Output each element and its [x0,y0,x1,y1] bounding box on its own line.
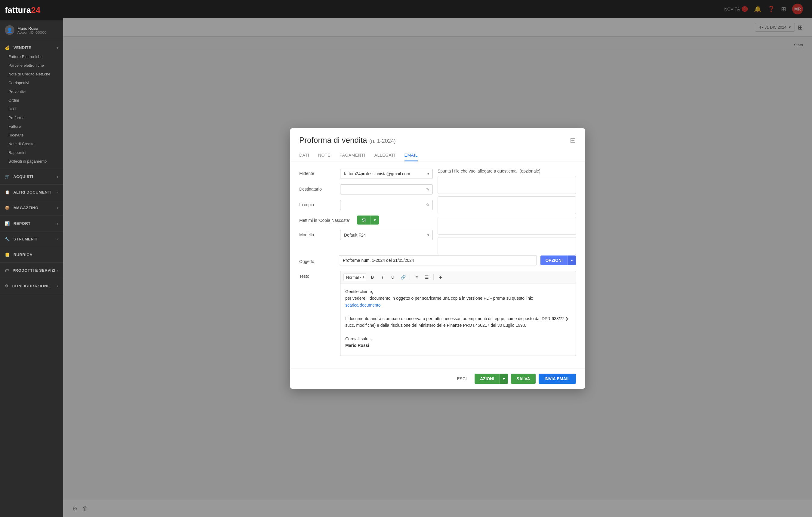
altri-chevron: › [57,190,59,194]
sidebar-item-fatture-elettroniche[interactable]: Fatture Elettroniche [0,52,63,61]
vendite-label: VENDITE [13,45,32,50]
toolbar-divider [410,274,410,280]
strumenti-icon: 🔧 [5,237,10,241]
body-line2: per vedere il documento in oggetto o per… [345,295,571,302]
sidebar-item-note-credito-elett[interactable]: Note di Credito elett.che [0,70,63,79]
magazzino-icon: 📦 [5,206,10,210]
mittente-select-wrapper: fattura24professionista@gmail.com ▾ [340,169,433,179]
sidebar-item-proforma[interactable]: Proforma [0,113,63,122]
invia-email-button[interactable]: INVIA EMAIL [539,374,576,384]
sidebar-header-magazzino[interactable]: 📦 MAGAZZINO › [0,203,63,213]
sidebar-item-corrispettivi[interactable]: Corrispettivi [0,79,63,87]
attachment-box-4 [438,237,576,255]
report-icon: 📊 [5,221,10,226]
destinatario-edit-icon[interactable]: ✎ [426,187,430,192]
acquisti-label: ACQUISTI [13,174,33,179]
sidebar-item-rapportini[interactable]: Rapportini [0,148,63,157]
sidebar-item-ricevute[interactable]: Ricevute [0,131,63,140]
modal-body: Mittente fattura24professionista@gmail.c… [290,161,585,368]
email-form-area: Mittente fattura24professionista@gmail.c… [299,169,576,255]
azioni-btn-group: AZIONI ▾ [474,374,508,384]
sidebar-item-ordini[interactable]: Ordini [0,96,63,104]
sidebar-header-acquisti[interactable]: 🛒 ACQUISTI › [0,172,63,181]
copia-nascosta-dropdown[interactable]: ▾ [371,215,379,224]
salva-button[interactable]: SALVA [511,374,535,384]
sidebar-header-configurazione[interactable]: ⚙ CONFIGURAZIONE › [0,281,63,291]
oggetto-row: Oggetto OPZIONI ▾ [299,255,576,266]
opzioni-button[interactable]: OPZIONI [541,255,568,265]
account-id: Account ID: 000000 [18,31,47,34]
prodotti-label: PRODOTTI E SERVIZI [12,268,55,273]
sidebar-section-altri-documenti: 📋 ALTRI DOCUMENTI › [0,185,63,200]
azioni-button[interactable]: AZIONI [474,374,499,384]
azioni-dropdown[interactable]: ▾ [499,374,508,384]
format-select[interactable]: Normal [343,274,366,281]
sidebar-item-preventivi[interactable]: Preventivi [0,87,63,96]
user-name: Mario Rossi [18,26,47,31]
unordered-list-btn[interactable]: ☰ [423,273,431,281]
sidebar-user: 👤 Mario Rossi Account ID: 000000 [0,21,63,40]
destinatario-input[interactable] [340,184,433,194]
tab-note[interactable]: NOTE [318,150,330,161]
copia-nascosta-si-btn[interactable]: Sì [357,215,371,224]
underline-btn[interactable]: U [388,273,397,281]
main-area: NOVITÀ 1 🔔 ❓ ⊞ MR 4 - 31 DIC 2024 ▾ ⊞ St… [63,0,812,517]
italic-btn[interactable]: I [378,273,387,281]
modal-title: Proforma di vendita (n. 1-2024) [299,135,396,145]
modal-subtitle: (n. 1-2024) [369,138,396,144]
sidebar-header-prodotti[interactable]: 🏷 PRODOTTI E SERVIZI › [0,266,63,275]
magazzino-label: MAGAZZINO [13,206,38,210]
bold-btn[interactable]: B [368,273,377,281]
prodotti-icon: 🏷 [5,268,9,273]
sidebar-item-note-credito[interactable]: Note di Credito [0,140,63,148]
sidebar-item-solleciti[interactable]: Solleciti di pagamento [0,157,63,165]
sidebar: fattura24 👤 Mario Rossi Account ID: 0000… [0,0,63,517]
modal-footer: ESCI AZIONI ▾ SALVA INVIA EMAIL [290,368,585,389]
sidebar-header-report[interactable]: 📊 REPORT › [0,219,63,228]
sidebar-item-fatture[interactable]: Fatture [0,122,63,131]
destinatario-label: Destinatario [299,184,335,191]
destinatario-row: Destinatario ✎ [299,184,433,194]
tab-dati[interactable]: DATI [299,150,309,161]
body-link[interactable]: scarica documento [345,303,381,307]
in-copia-input[interactable] [340,200,433,210]
oggetto-input[interactable] [339,255,537,266]
sidebar-header-strumenti[interactable]: 🔧 STRUMENTI › [0,235,63,244]
in-copia-edit-icon[interactable]: ✎ [426,203,430,207]
configurazione-icon: ⚙ [5,284,9,288]
clear-format-btn[interactable]: T̶ [436,273,444,281]
vendite-icon: 💰 [5,45,10,50]
sidebar-logo: fattura24 [0,0,63,21]
archive-icon[interactable]: ⊞ [570,136,576,145]
editor-content[interactable]: Gentile cliente, per vedere il documento… [341,283,576,356]
sidebar-header-vendite[interactable]: 💰 VENDITE ▾ [0,43,63,52]
logo-text: fattura24 [5,5,40,15]
modello-select[interactable]: Default F24 [340,230,433,240]
body-saluti: Cordiali saluti, [345,335,571,342]
tab-pagamenti[interactable]: PAGAMENTI [340,150,366,161]
sidebar-item-ddt[interactable]: DDT [0,104,63,113]
opzioni-btn-group: OPZIONI ▾ [541,255,576,265]
sidebar-header-rubrica[interactable]: 📒 RUBRICA [0,250,63,260]
configurazione-label: CONFIGURAZIONE [12,284,50,288]
sidebar-header-altri[interactable]: 📋 ALTRI DOCUMENTI › [0,188,63,197]
tab-email[interactable]: EMAIL [405,150,418,161]
acquisti-icon: 🛒 [5,174,10,179]
acquisti-chevron: › [57,175,59,179]
modello-row: Modello Default F24 ▾ [299,230,433,240]
link-btn[interactable]: 🔗 [399,273,407,281]
ordered-list-btn[interactable]: ≡ [412,273,421,281]
sidebar-section-vendite: 💰 VENDITE ▾ Fatture Elettroniche Parcell… [0,40,63,169]
format-select-wrapper: Normal ▾ ⬍ [343,274,366,281]
modal-title-block: Proforma di vendita (n. 1-2024) [299,135,396,145]
mittente-select[interactable]: fattura24professionista@gmail.com [340,169,433,179]
copia-nascosta-label: Mettimi in 'Copia Nascosta' [299,215,352,223]
magazzino-chevron: › [57,206,59,210]
esci-button[interactable]: ESCI [452,374,471,384]
sidebar-item-parcelle-elettroniche[interactable]: Parcelle elettroniche [0,61,63,70]
email-left-col: Mittente fattura24professionista@gmail.c… [299,169,433,246]
attachment-boxes [438,176,576,255]
configurazione-chevron: › [57,284,59,288]
opzioni-dropdown[interactable]: ▾ [568,255,576,265]
tab-allegati[interactable]: ALLEGATI [374,150,396,161]
